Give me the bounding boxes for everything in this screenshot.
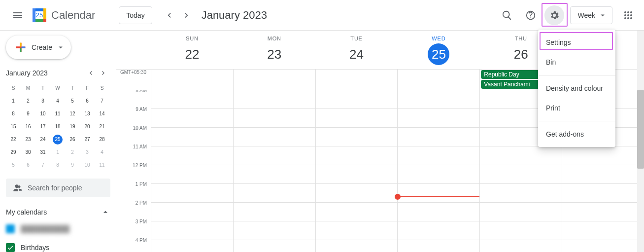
menu-item-settings[interactable]: Settings (538, 33, 615, 52)
mini-day[interactable]: 11 (95, 159, 109, 172)
mini-day[interactable]: 2 (65, 146, 80, 159)
day-slot-column[interactable] (151, 90, 233, 252)
mini-day[interactable]: 29 (6, 146, 21, 159)
day-column-header: SUN22 (151, 31, 233, 69)
mini-day[interactable]: 9 (65, 159, 80, 172)
mini-day[interactable]: 15 (6, 120, 21, 133)
mini-day[interactable]: 6 (21, 159, 35, 172)
mini-day[interactable]: 8 (6, 108, 21, 120)
mini-day[interactable]: 21 (95, 120, 109, 133)
caret-down-icon (56, 43, 65, 52)
plus-icon (13, 39, 29, 55)
mini-day[interactable]: 10 (80, 159, 95, 172)
allday-cell[interactable] (397, 70, 479, 90)
today-button[interactable]: Today (119, 6, 152, 24)
mini-day[interactable]: 18 (50, 120, 65, 133)
mini-day[interactable]: 20 (80, 120, 95, 133)
apps-button[interactable] (618, 5, 638, 25)
search-button[interactable] (497, 5, 517, 25)
support-button[interactable] (521, 5, 541, 25)
hour-label: 10 AM (116, 125, 151, 144)
day-number[interactable]: 23 (234, 43, 315, 65)
mini-day[interactable]: 5 (6, 159, 21, 172)
allday-cell[interactable] (151, 70, 233, 90)
menu-item-bin[interactable]: Bin (538, 52, 615, 72)
mini-day[interactable]: 14 (95, 108, 109, 120)
mini-day[interactable]: 16 (21, 120, 35, 133)
mini-day[interactable]: 11 (50, 108, 65, 120)
prev-week-button[interactable] (160, 6, 178, 24)
mini-dow: F (80, 82, 95, 95)
mini-day[interactable]: 25 (50, 133, 65, 146)
create-button[interactable]: Create (6, 36, 71, 59)
mini-day[interactable]: 27 (80, 133, 95, 146)
caret-down-icon (598, 11, 607, 20)
menu-item-density[interactable]: Density and colour (538, 78, 615, 98)
mini-day[interactable]: 28 (95, 133, 109, 146)
settings-menu: Settings Bin Density and colour Print Ge… (538, 30, 615, 147)
mini-day[interactable]: 8 (50, 159, 65, 172)
calendar-logo: 25 (30, 5, 49, 25)
people-icon (12, 183, 22, 193)
mini-dow: M (21, 82, 35, 95)
mini-day[interactable]: 22 (6, 133, 21, 146)
main-menu-button[interactable] (6, 3, 30, 27)
settings-button[interactable] (544, 5, 564, 25)
mini-day[interactable]: 4 (95, 146, 109, 159)
day-slot-column[interactable] (233, 90, 315, 252)
hour-label: 8 AM (116, 90, 151, 107)
day-slot-column[interactable] (397, 90, 479, 252)
day-number[interactable]: 22 (151, 43, 233, 65)
mini-day[interactable]: 1 (6, 95, 21, 108)
scrollbar-thumb[interactable] (637, 90, 644, 169)
menu-separator (538, 75, 615, 75)
calendar-item-label: Birthdays (21, 244, 49, 252)
scrollbar[interactable] (637, 31, 644, 252)
mini-day[interactable]: 9 (21, 108, 35, 120)
day-number[interactable]: 24 (316, 43, 398, 65)
my-calendars-toggle[interactable]: My calendars (6, 207, 110, 217)
next-week-button[interactable] (178, 6, 196, 24)
mini-day[interactable]: 13 (80, 108, 95, 120)
mini-dow: S (95, 82, 109, 95)
mini-next-month[interactable] (98, 67, 109, 79)
mini-day[interactable]: 31 (35, 146, 50, 159)
chevron-up-icon (101, 207, 110, 217)
mini-prev-month[interactable] (85, 67, 97, 79)
calendar-item-birthdays[interactable]: Birthdays (6, 241, 110, 252)
mini-day[interactable]: 7 (35, 159, 50, 172)
search-people-input[interactable]: Search for people (6, 179, 110, 197)
mini-day[interactable]: 7 (95, 95, 109, 108)
mini-day[interactable]: 26 (65, 133, 80, 146)
mini-day[interactable]: 6 (80, 95, 95, 108)
svg-point-16 (630, 17, 632, 19)
mini-day[interactable]: 23 (21, 133, 35, 146)
menu-item-addons[interactable]: Get add-ons (538, 124, 615, 144)
mini-day[interactable]: 30 (21, 146, 35, 159)
my-calendars-label: My calendars (6, 208, 47, 216)
day-slot-column[interactable] (315, 90, 398, 252)
calendar-item-label: ██████████ (21, 225, 69, 233)
mini-day[interactable]: 12 (65, 108, 80, 120)
mini-day[interactable]: 24 (35, 133, 50, 146)
mini-day[interactable]: 3 (80, 146, 95, 159)
mini-day[interactable]: 4 (50, 95, 65, 108)
mini-day[interactable]: 5 (65, 95, 80, 108)
mini-day[interactable]: 10 (35, 108, 50, 120)
current-date-range: January 2023 (202, 9, 267, 22)
menu-item-print[interactable]: Print (538, 98, 615, 118)
mini-day[interactable]: 3 (35, 95, 50, 108)
mini-day[interactable]: 19 (65, 120, 80, 133)
day-number[interactable]: 25 (428, 43, 449, 65)
mini-day[interactable]: 2 (21, 95, 35, 108)
allday-cell[interactable] (233, 70, 315, 90)
mini-dow: T (65, 82, 80, 95)
svg-point-10 (630, 11, 632, 13)
svg-point-12 (627, 14, 629, 16)
mini-day[interactable]: 17 (35, 120, 50, 133)
mini-day[interactable]: 1 (50, 146, 65, 159)
calendar-item-primary[interactable]: ██████████ (6, 222, 110, 236)
allday-cell[interactable] (315, 70, 398, 90)
day-column-header: MON23 (233, 31, 315, 69)
view-switcher[interactable]: Week (570, 6, 612, 24)
